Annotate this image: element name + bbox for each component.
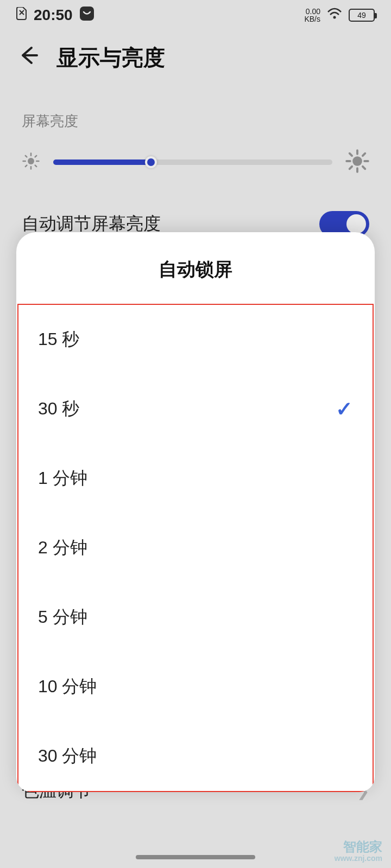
lock-option-label: 30 秒 bbox=[38, 397, 79, 421]
svg-line-17 bbox=[363, 167, 365, 169]
lock-option[interactable]: 30 分钟 bbox=[18, 722, 373, 791]
gesture-bar[interactable] bbox=[136, 855, 255, 859]
app-badge-icon bbox=[79, 6, 94, 24]
back-icon[interactable] bbox=[16, 43, 40, 72]
lock-option-label: 2 分钟 bbox=[38, 536, 87, 560]
lock-option-label: 15 秒 bbox=[38, 328, 79, 352]
svg-line-16 bbox=[350, 154, 352, 156]
auto-lock-sheet: 自动锁屏 15 秒 30 秒 ✓ 1 分钟 2 分钟 5 分钟 10 分钟 30… bbox=[16, 232, 375, 792]
lock-option[interactable]: 2 分钟 bbox=[18, 513, 373, 583]
lock-option-label: 5 分钟 bbox=[38, 605, 87, 629]
lock-option[interactable]: 15 秒 bbox=[18, 305, 373, 374]
svg-line-7 bbox=[26, 156, 27, 157]
lock-option-label: 1 分钟 bbox=[38, 467, 87, 490]
svg-line-8 bbox=[35, 165, 37, 167]
page-header: 显示与亮度 bbox=[0, 30, 391, 85]
sim-icon bbox=[16, 7, 27, 23]
svg-point-1 bbox=[333, 16, 336, 19]
svg-point-11 bbox=[352, 156, 362, 166]
wifi-icon bbox=[327, 8, 342, 23]
network-speed: 0.00 KB/s bbox=[304, 8, 320, 23]
sheet-options-list: 15 秒 30 秒 ✓ 1 分钟 2 分钟 5 分钟 10 分钟 30 分钟 bbox=[17, 304, 374, 792]
svg-line-19 bbox=[350, 167, 352, 169]
check-icon: ✓ bbox=[336, 397, 353, 421]
lock-option[interactable]: 30 秒 ✓ bbox=[18, 374, 373, 444]
lock-option[interactable]: 10 分钟 bbox=[18, 652, 373, 722]
svg-point-2 bbox=[28, 158, 34, 164]
brightness-slider-row bbox=[0, 144, 391, 192]
status-time: 20:50 bbox=[34, 7, 73, 24]
lock-option[interactable]: 5 分钟 bbox=[18, 583, 373, 652]
svg-line-9 bbox=[35, 156, 37, 157]
svg-line-18 bbox=[363, 154, 365, 156]
brightness-section-label: 屏幕亮度 bbox=[0, 85, 391, 144]
slider-thumb[interactable] bbox=[145, 156, 157, 168]
lock-option[interactable]: 1 分钟 bbox=[18, 444, 373, 513]
sheet-title: 自动锁屏 bbox=[16, 232, 375, 304]
status-bar: 20:50 0.00 KB/s 49 bbox=[0, 0, 391, 30]
svg-line-10 bbox=[26, 165, 27, 167]
brightness-slider[interactable] bbox=[53, 159, 332, 165]
lock-option-label: 10 分钟 bbox=[38, 675, 97, 699]
brightness-high-icon bbox=[345, 149, 369, 175]
brightness-low-icon bbox=[22, 152, 40, 173]
battery-icon: 49 bbox=[349, 9, 375, 22]
watermark: 智能家 www.znj.com bbox=[335, 840, 382, 863]
lock-option-label: 30 分钟 bbox=[38, 744, 97, 768]
page-title: 显示与亮度 bbox=[56, 43, 165, 73]
